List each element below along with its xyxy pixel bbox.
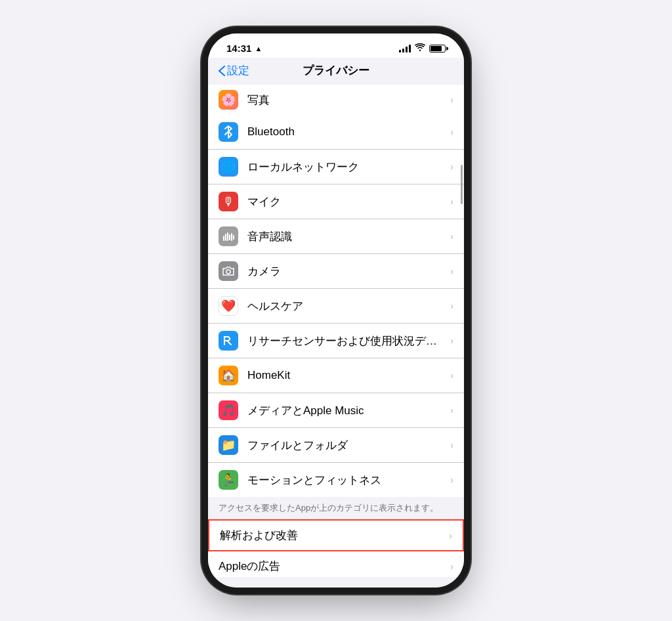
item-label: ファイルとフォルダ	[247, 438, 450, 453]
speech-recognition-icon	[219, 226, 238, 246]
chevron-icon: ›	[450, 161, 453, 172]
item-label: カメラ	[247, 264, 450, 279]
list-item[interactable]: 🌐 ローカルネットワーク ›	[208, 150, 464, 184]
status-icons	[399, 43, 446, 53]
list-item[interactable]: カメラ ›	[208, 254, 464, 289]
status-time: 14:31 ▲	[226, 43, 262, 54]
list-item[interactable]: 🏃 モーションとフィットネス ›	[208, 463, 464, 497]
microphone-icon: 🎙	[219, 192, 238, 211]
top-section: 🌸 写真 ›	[208, 85, 464, 115]
chevron-icon: ›	[449, 530, 452, 541]
list-item[interactable]: 📁 ファイルとフォルダ ›	[208, 428, 464, 463]
item-label: モーションとフィットネス	[247, 473, 450, 488]
svg-rect-1	[225, 234, 226, 241]
back-button[interactable]: 設定	[219, 63, 249, 78]
signal-icon	[399, 45, 411, 53]
media-music-icon: 🎵	[219, 400, 238, 420]
footer-text: アクセスを要求したAppが上のカテゴリに表示されます。	[219, 503, 438, 513]
chevron-icon: ›	[450, 266, 453, 276]
item-label: HomeKit	[247, 369, 450, 382]
camera-icon	[219, 261, 238, 281]
bluetooth-icon	[219, 122, 238, 142]
research-icon	[219, 331, 238, 351]
scroll-container[interactable]: 🌸 写真 › Bluetooth › 🌐 ローカルネットワーク	[208, 85, 464, 577]
chevron-icon: ›	[450, 475, 453, 485]
chevron-icon: ›	[450, 335, 453, 346]
section-footer: アクセスを要求したAppが上のカテゴリに表示されます。	[208, 497, 464, 519]
chevron-icon: ›	[450, 231, 453, 242]
health-icon: ❤️	[219, 296, 238, 316]
item-label: マイク	[247, 194, 450, 209]
chevron-icon: ›	[450, 440, 453, 450]
nav-bar: 設定 プライバシー	[208, 58, 464, 85]
chevron-icon: ›	[450, 561, 453, 572]
list-item[interactable]: 音声認識 ›	[208, 219, 464, 254]
home-indicator-area	[208, 577, 464, 588]
item-label: ヘルスケア	[247, 299, 450, 314]
list-item[interactable]: 🎵 メディアとApple Music ›	[208, 393, 464, 428]
battery-icon	[429, 45, 446, 53]
apple-ads-item[interactable]: Appleの広告 ›	[208, 551, 464, 577]
list-item[interactable]: ❤️ ヘルスケア ›	[208, 289, 464, 324]
location-arrow-icon: ▲	[255, 45, 262, 53]
list-item[interactable]: 🎙 マイク ›	[208, 184, 464, 219]
list-item[interactable]: 🏠 HomeKit ›	[208, 358, 464, 393]
svg-rect-5	[233, 235, 234, 240]
back-label: 設定	[227, 63, 249, 78]
list-item[interactable]: Bluetooth ›	[208, 115, 464, 150]
chevron-icon: ›	[450, 95, 453, 105]
scrollbar-indicator	[461, 165, 463, 204]
item-label: Appleの広告	[219, 559, 450, 574]
item-label: Bluetooth	[247, 125, 450, 139]
status-bar: 14:31 ▲	[208, 33, 464, 58]
section2: 解析および改善 › Appleの広告 ›	[208, 519, 464, 577]
chevron-icon: ›	[450, 196, 453, 207]
motion-fitness-icon: 🏃	[219, 470, 238, 490]
item-label: リサーチセンサーおよび使用状況デ…	[247, 333, 450, 349]
chevron-icon: ›	[450, 370, 453, 381]
list-item[interactable]: リサーチセンサーおよび使用状況デ… ›	[208, 324, 464, 358]
homekit-icon: 🏠	[219, 366, 238, 385]
svg-rect-4	[231, 233, 232, 241]
item-label: 音声認識	[247, 229, 450, 244]
analytics-item[interactable]: 解析および改善 ›	[208, 519, 464, 551]
svg-rect-0	[223, 236, 224, 241]
item-label: メディアとApple Music	[247, 403, 450, 418]
item-label: 写真	[247, 93, 450, 108]
photos-icon: 🌸	[219, 90, 238, 110]
page-title: プライバシー	[303, 63, 369, 78]
item-label: ローカルネットワーク	[247, 160, 450, 175]
svg-rect-3	[229, 234, 230, 240]
privacy-list-section: Bluetooth › 🌐 ローカルネットワーク › 🎙 マイク ›	[208, 115, 464, 497]
chevron-icon: ›	[450, 301, 453, 311]
chevron-icon: ›	[450, 405, 453, 416]
files-icon: 📁	[219, 435, 238, 455]
item-label: 解析および改善	[220, 528, 449, 543]
chevron-icon: ›	[450, 127, 453, 137]
local-network-icon: 🌐	[219, 157, 238, 177]
time-label: 14:31	[226, 43, 251, 54]
wifi-icon	[415, 43, 425, 53]
list-item[interactable]: 🌸 写真 ›	[208, 85, 464, 115]
svg-rect-2	[227, 232, 228, 241]
svg-point-6	[226, 270, 230, 274]
